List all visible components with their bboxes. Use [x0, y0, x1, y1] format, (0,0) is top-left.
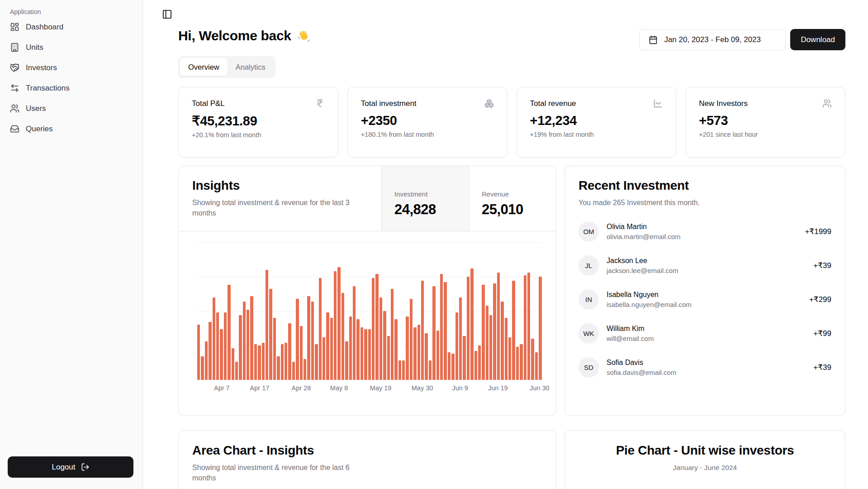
bar[interactable]	[330, 318, 333, 380]
bar[interactable]	[436, 331, 439, 380]
bar[interactable]	[209, 322, 211, 380]
bar[interactable]	[512, 281, 515, 380]
bar[interactable]	[387, 336, 390, 380]
bar[interactable]	[432, 286, 435, 380]
bar[interactable]	[440, 274, 443, 380]
bar[interactable]	[444, 282, 446, 380]
bar[interactable]	[281, 344, 284, 380]
bar[interactable]	[201, 356, 204, 380]
bar[interactable]	[353, 286, 356, 380]
bar[interactable]	[205, 341, 208, 380]
download-button[interactable]: Download	[790, 29, 845, 50]
bar[interactable]	[451, 354, 454, 380]
bar[interactable]	[243, 302, 246, 380]
bar[interactable]	[345, 341, 348, 380]
bar[interactable]	[197, 325, 200, 380]
bar[interactable]	[292, 362, 295, 380]
bar[interactable]	[379, 297, 382, 380]
bar[interactable]	[398, 360, 401, 380]
bar[interactable]	[501, 302, 503, 380]
bar[interactable]	[410, 299, 413, 380]
bar[interactable]	[323, 337, 325, 380]
bar[interactable]	[448, 352, 451, 380]
bar[interactable]	[300, 326, 303, 380]
bar[interactable]	[250, 296, 253, 380]
bar[interactable]	[349, 316, 352, 380]
bar[interactable]	[315, 344, 318, 380]
bar[interactable]	[493, 283, 496, 380]
tab-analytics[interactable]: Analytics	[228, 58, 274, 76]
insights-toggle-investment[interactable]: Investment 24,828	[381, 166, 469, 231]
bar[interactable]	[375, 274, 378, 380]
bar[interactable]	[224, 312, 227, 380]
bar[interactable]	[360, 327, 363, 380]
bar[interactable]	[524, 275, 526, 380]
bar[interactable]	[228, 285, 230, 380]
bar[interactable]	[235, 362, 238, 380]
bar[interactable]	[470, 268, 473, 380]
sidebar-item-investors[interactable]: Investors	[5, 61, 137, 75]
bar[interactable]	[258, 345, 261, 380]
bar[interactable]	[413, 327, 416, 380]
bar[interactable]	[535, 352, 538, 380]
tab-overview[interactable]: Overview	[180, 58, 228, 76]
bar[interactable]	[516, 347, 519, 380]
bar[interactable]	[254, 344, 257, 380]
bar[interactable]	[262, 343, 265, 380]
bar[interactable]	[247, 310, 249, 380]
bar[interactable]	[277, 356, 280, 380]
bar[interactable]	[463, 336, 465, 380]
bar[interactable]	[531, 339, 534, 380]
bar[interactable]	[307, 296, 310, 380]
bar[interactable]	[474, 351, 477, 380]
bar[interactable]	[467, 277, 470, 380]
bar[interactable]	[478, 345, 481, 380]
bar[interactable]	[459, 297, 462, 380]
bar[interactable]	[505, 318, 508, 380]
bar[interactable]	[364, 329, 367, 380]
bar[interactable]	[304, 359, 306, 380]
bar[interactable]	[269, 289, 272, 380]
bar[interactable]	[220, 329, 223, 380]
bar[interactable]	[539, 277, 541, 380]
bar[interactable]	[520, 344, 522, 380]
bar[interactable]	[319, 278, 322, 380]
sidebar-item-dashboard[interactable]: Dashboard	[5, 20, 137, 34]
bar[interactable]	[326, 312, 329, 380]
bar[interactable]	[296, 299, 299, 380]
bar[interactable]	[266, 270, 268, 380]
sidebar-item-users[interactable]: Users	[5, 101, 137, 115]
bar[interactable]	[337, 267, 340, 380]
bar[interactable]	[216, 312, 219, 380]
bar[interactable]	[334, 271, 337, 380]
bar[interactable]	[489, 315, 492, 380]
date-range-picker[interactable]: Jan 20, 2023 - Feb 09, 2023	[639, 29, 786, 50]
bar[interactable]	[273, 318, 276, 380]
bar[interactable]	[402, 360, 405, 380]
bar[interactable]	[455, 312, 458, 380]
bar[interactable]	[368, 329, 371, 380]
bar[interactable]	[429, 360, 432, 380]
bar[interactable]	[508, 337, 511, 380]
bar[interactable]	[527, 273, 530, 380]
sidebar-item-transactions[interactable]: Transactions	[5, 81, 137, 95]
bar[interactable]	[497, 273, 500, 380]
sidebar-item-queries[interactable]: Queries	[5, 122, 137, 136]
bar[interactable]	[239, 315, 242, 380]
bar[interactable]	[372, 278, 375, 380]
bar[interactable]	[421, 281, 424, 380]
logout-button[interactable]: Logout	[8, 456, 133, 478]
bar[interactable]	[288, 323, 291, 380]
bar[interactable]	[311, 302, 314, 380]
bar[interactable]	[486, 306, 489, 380]
bar[interactable]	[383, 311, 386, 380]
bar[interactable]	[342, 293, 344, 380]
bar[interactable]	[417, 325, 420, 380]
bar[interactable]	[213, 297, 215, 380]
bar[interactable]	[285, 343, 287, 380]
bar[interactable]	[391, 289, 394, 380]
insights-toggle-revenue[interactable]: Revenue 25,010	[469, 166, 556, 231]
bar[interactable]	[482, 285, 484, 380]
sidebar-toggle-button[interactable]	[162, 9, 172, 19]
bar[interactable]	[425, 333, 427, 380]
